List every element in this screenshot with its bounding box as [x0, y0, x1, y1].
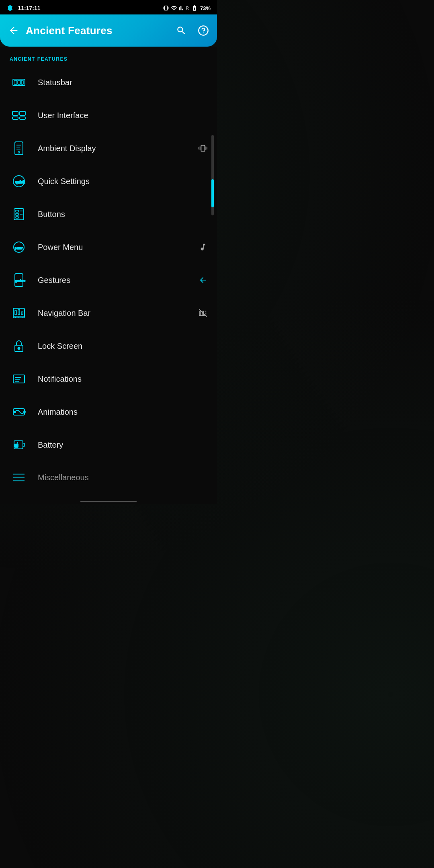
- battery-label: Battery: [38, 440, 207, 450]
- svg-text:quick: quick: [15, 180, 25, 184]
- menu-item-notifications[interactable]: Notifications: [0, 362, 217, 395]
- menu-item-user-interface[interactable]: User Interface: [0, 99, 217, 132]
- ambient-display-badge: [199, 144, 207, 153]
- search-button[interactable]: [176, 25, 186, 36]
- battery-percent: 73%: [200, 5, 211, 11]
- status-time: 11:17:11: [18, 5, 40, 11]
- gestures-label: Gestures: [38, 276, 199, 285]
- menu-item-lock-screen[interactable]: Lock Screen: [0, 330, 217, 362]
- svg-rect-8: [20, 117, 25, 119]
- buttons-icon: [10, 205, 28, 223]
- svg-rect-45: [23, 443, 25, 446]
- status-icons: R 73%: [163, 5, 211, 11]
- lock-screen-label: Lock Screen: [38, 342, 207, 351]
- statusbar-icon: [10, 73, 28, 92]
- quick-settings-label: Quick Settings: [38, 177, 207, 186]
- ambient-display-label: Ambient Display: [38, 144, 199, 153]
- scroll-indicator: [211, 135, 214, 215]
- gestures-badge: [199, 276, 207, 285]
- scroll-thumb: [211, 179, 214, 207]
- status-bar: 11:17:11 R 73%: [0, 0, 217, 14]
- notifications-label: Notifications: [38, 375, 207, 384]
- content-area: ANCIENT FEATURES Statusbar: [0, 47, 217, 497]
- svg-point-36: [18, 348, 20, 350]
- menu-item-miscellaneous[interactable]: Miscellaneous: [0, 461, 217, 493]
- navigation-bar-icon: [10, 304, 28, 322]
- menu-item-animations[interactable]: Animations: [0, 395, 217, 428]
- notifications-icon: [10, 370, 28, 388]
- statusbar-label: Statusbar: [38, 78, 207, 87]
- gestures-icon: gesture: [10, 271, 28, 289]
- menu-item-statusbar[interactable]: Statusbar: [0, 66, 217, 99]
- svg-rect-33: [21, 312, 23, 315]
- power-menu-icon: power: [10, 238, 28, 256]
- wifi-icon: [171, 5, 177, 11]
- animations-label: Animations: [38, 407, 207, 417]
- menu-item-power-menu[interactable]: power Power Menu: [0, 231, 217, 264]
- svg-rect-2: [14, 80, 17, 84]
- svg-rect-31: [15, 311, 16, 315]
- svg-rect-5: [12, 111, 18, 115]
- svg-point-13: [18, 151, 20, 153]
- ambient-display-icon: [10, 139, 28, 158]
- signal-icon: [179, 5, 184, 11]
- buttons-label: Buttons: [38, 210, 207, 219]
- signal-r-badge: R: [186, 6, 189, 10]
- lock-screen-icon: [10, 337, 28, 355]
- battery-menu-icon: [10, 436, 28, 454]
- svg-rect-3: [18, 80, 20, 84]
- battery-icon: [190, 5, 199, 11]
- user-interface-label: User Interface: [38, 111, 207, 120]
- quick-settings-icon: quick: [10, 172, 28, 190]
- app-bar: Ancient Features: [0, 14, 217, 47]
- svg-rect-17: [16, 210, 18, 212]
- section-header: ANCIENT FEATURES: [0, 51, 217, 66]
- svg-rect-18: [16, 213, 18, 215]
- miscellaneous-icon: [10, 468, 28, 487]
- menu-item-quick-settings[interactable]: quick Quick Settings: [0, 165, 217, 198]
- menu-item-battery[interactable]: Battery: [0, 428, 217, 461]
- svg-point-42: [14, 411, 16, 413]
- back-button[interactable]: [8, 25, 19, 36]
- menu-item-buttons[interactable]: Buttons: [0, 198, 217, 231]
- svg-rect-6: [20, 111, 25, 115]
- svg-text:power: power: [15, 247, 23, 250]
- svg-rect-9: [15, 142, 23, 155]
- home-indicator-bar: [80, 501, 137, 502]
- help-button[interactable]: [198, 25, 209, 36]
- navigation-bar-label: Navigation Bar: [38, 309, 199, 318]
- vibrate-icon: [163, 5, 169, 11]
- status-left: 11:17:11: [6, 4, 41, 12]
- svg-rect-4: [21, 80, 23, 84]
- home-indicator: [0, 497, 217, 504]
- svg-rect-7: [12, 117, 18, 119]
- animations-icon: [10, 403, 28, 421]
- svg-rect-32: [18, 309, 20, 315]
- power-menu-badge: [199, 243, 207, 252]
- user-interface-icon: [10, 106, 28, 125]
- svg-text:gesture: gesture: [15, 279, 25, 283]
- menu-item-gestures[interactable]: gesture Gestures: [0, 264, 217, 297]
- svg-rect-37: [13, 375, 25, 383]
- menu-item-ambient-display[interactable]: Ambient Display: [0, 132, 217, 165]
- power-menu-label: Power Menu: [38, 243, 199, 252]
- menu-item-navigation-bar[interactable]: Navigation Bar: [0, 297, 217, 330]
- svg-point-43: [24, 411, 25, 413]
- page-title: Ancient Features: [26, 25, 170, 37]
- miscellaneous-label: Miscellaneous: [38, 473, 207, 482]
- navigation-bar-badge: [199, 309, 207, 317]
- svg-rect-19: [16, 217, 18, 218]
